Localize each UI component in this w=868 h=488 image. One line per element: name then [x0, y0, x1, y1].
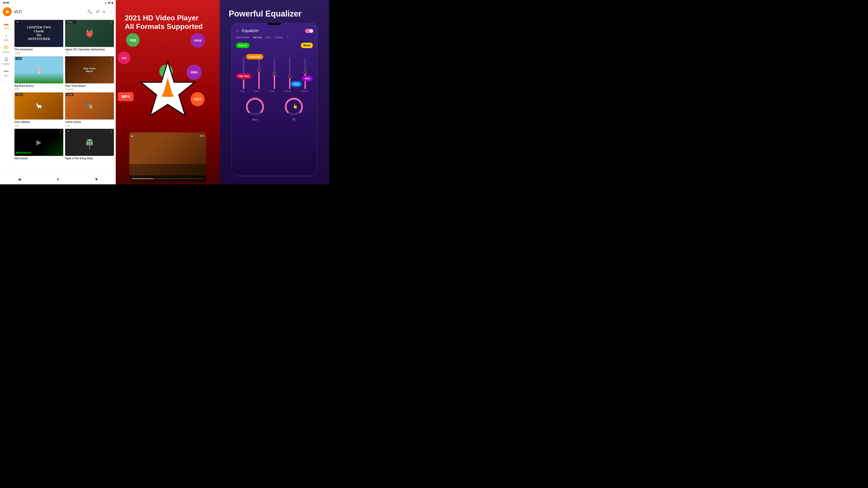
bubble-avi: avi	[118, 52, 130, 64]
vlc-play-button[interactable]	[3, 7, 12, 16]
video-card-micronauts[interactable]: MICRONAUTS ▶ ⋮ Micronauts	[14, 129, 63, 160]
eq-header: ← Equalizer	[232, 25, 317, 35]
video-title-gran: Gran dillama	[14, 121, 63, 124]
sidebar-label-video: Video	[4, 27, 9, 29]
eq-freq-labels: 60Hz 230Hz 910Hz 3600Hz 14000Hz	[232, 90, 317, 92]
more-icon-agent[interactable]: ⋮	[110, 21, 113, 24]
video-title-agent: Agent 327 Operation Barbershop	[65, 48, 114, 52]
video-duration-bigbuck: 9:56	[14, 88, 63, 91]
more-icon-gran[interactable]: ⋮	[59, 93, 62, 97]
eq-genre-sliders-area: Dance Rock Classical Jazz Hip Hop Pop	[234, 40, 315, 90]
star-svg	[136, 60, 199, 123]
video-subtitle-dewtown: 2 videos	[65, 88, 114, 91]
sidebar-item-audio[interactable]: ♪ Audio	[0, 32, 12, 42]
genre-classical[interactable]: Classical	[246, 54, 264, 59]
video-card-llama[interactable]: 🎭 1080p ⋮ Llama drama 1:30	[65, 92, 114, 127]
svg-text:👆: 👆	[292, 103, 298, 109]
wifi-icon: ▲	[105, 2, 107, 4]
dropdown-icon[interactable]: ▼	[286, 36, 289, 39]
signal-icon: 4G	[108, 2, 111, 4]
badge-1080p-llama: 1080p	[66, 93, 73, 96]
more-icon-night[interactable]: ⋮	[110, 130, 113, 133]
sidebar: ▬ Video ♪ Audio 📁 Browse ☰ Playlists •••…	[0, 18, 13, 174]
more-icon-dewtown[interactable]: ⋮	[110, 57, 113, 61]
3d-knob[interactable]: 👆 3D	[284, 96, 304, 121]
sidebar-item-video[interactable]: ▬ Video	[0, 20, 12, 31]
bottom-nav: ◀ ● ■	[0, 174, 116, 184]
status-icons: ▲ 4G ▮	[105, 2, 113, 4]
sidebar-item-more[interactable]: ••• More	[0, 67, 12, 78]
sidebar-item-browse[interactable]: 📁 Browse	[0, 43, 12, 55]
sort-icon[interactable]: ≡	[103, 9, 105, 14]
preset-custom[interactable]: Custom	[274, 36, 283, 39]
browse-icon: 📁	[3, 45, 9, 50]
genre-jazz[interactable]: Jazz	[302, 76, 313, 81]
freq-910hz: 910Hz	[269, 90, 275, 92]
battery-icon: ▮	[112, 2, 113, 4]
video-card-bigbuck[interactable]: 🐰 720p ⋮ Big Buck Bunny 9:56	[14, 56, 63, 91]
bubble-mp4: MP4	[118, 92, 133, 101]
more-dots-icon: •••	[4, 69, 8, 74]
video-grid: CHAPTER TWOCharlieTheADVENTURER SD The A…	[13, 18, 116, 174]
video-card-agent327[interactable]: 👹 1080p✓ ⋮ Agent 327 Operation Barbersho…	[65, 20, 114, 55]
sidebar-item-playlists[interactable]: ☰ Playlists	[0, 55, 12, 66]
svg-rect-2	[162, 94, 174, 97]
search-icon[interactable]: 🔍	[87, 9, 92, 14]
bubble-mov: mov	[191, 33, 205, 48]
video-duration-llama: 1:30	[65, 125, 114, 127]
home-button[interactable]: ●	[55, 176, 61, 183]
knobs-area: Bass 👆 3D	[232, 92, 317, 125]
eq-back-button[interactable]: ←	[236, 29, 240, 33]
genre-dance[interactable]: Dance	[236, 43, 250, 48]
bass-label: Bass	[252, 118, 258, 121]
content-area: ▬ Video ♪ Audio 📁 Browse ☰ Playlists •••…	[0, 18, 116, 174]
middle-title: 2021 HD Video PlayerAll Formats Supporte…	[125, 13, 203, 31]
3d-label: 3D	[292, 118, 296, 121]
video-card-night[interactable]: 🛣️ SD ⋮ Night of the living dead	[65, 129, 114, 160]
vlc-panel: 10:00 ▲ 4G ▮ VLC 🔍 ↺ ≡ ⋮ ▬ Video ♪ Audio	[0, 0, 116, 184]
back-button[interactable]: ◀	[16, 176, 23, 183]
genre-rock[interactable]: Rock	[301, 43, 313, 48]
vlc-star-overlay	[136, 60, 199, 124]
eq-header-title: Equalizer	[242, 29, 303, 33]
bass-knob[interactable]: Bass	[245, 96, 265, 121]
vlc-app-title: VLC	[14, 9, 85, 14]
badge-1080p-gran: 1080p	[16, 93, 23, 96]
sidebar-label-playlists: Playlists	[2, 63, 10, 65]
more-icon-micronauts[interactable]: ⋮	[59, 130, 62, 133]
tablet-mockup: ▶ ⊞ ⧉	[129, 132, 206, 182]
video-title-micronauts: Micronauts	[14, 157, 63, 160]
video-card-adventurer[interactable]: CHAPTER TWOCharlieTheADVENTURER SD The A…	[14, 20, 63, 55]
video-title-dewtown: Dew Town Mayor	[65, 84, 114, 88]
phone-equalizer-mockup: ← Equalizer Heavy Metal Hip Hop Jazz Cus…	[231, 23, 317, 176]
video-card-dewtown[interactable]: Dew TownMayor ⋮ Dew Town Mayor 2 videos	[65, 56, 114, 91]
video-duration-agent: 3:51	[65, 52, 114, 55]
eq-slider-910hz	[274, 56, 275, 90]
video-duration-gran: 2:26	[14, 125, 63, 127]
badge-sd: SD	[16, 21, 20, 24]
audio-icon: ♪	[5, 33, 7, 38]
preset-hip-hop[interactable]: Hip Hop	[253, 36, 262, 39]
playlists-icon: ☰	[4, 57, 8, 62]
eq-toggle[interactable]	[305, 29, 313, 33]
eq-slider-14000hz	[305, 56, 306, 90]
sidebar-label-audio: Audio	[4, 39, 9, 41]
video-title-llama: Llama drama	[65, 121, 114, 124]
freq-14000hz: 14000Hz	[301, 90, 309, 92]
history-icon[interactable]: ↺	[96, 9, 99, 14]
preset-heavy-metal[interactable]: Heavy Metal	[236, 36, 249, 39]
genre-pop[interactable]: Pop	[291, 81, 302, 87]
more-icon-llama[interactable]: ⋮	[110, 93, 113, 97]
sidebar-label-browse: Browse	[3, 51, 9, 53]
sidebar-label-more: More	[4, 74, 8, 77]
right-panel: Powerful Equalizer ← Equalizer Heavy Met…	[220, 0, 329, 184]
video-card-gran[interactable]: 🦙 1080p ⋮ Gran dillama 2:26	[14, 92, 63, 127]
middle-panel: 2021 HD Video PlayerAll Formats Supporte…	[116, 0, 220, 184]
more-icon-bigbuck[interactable]: ⋮	[59, 57, 62, 61]
preset-jazz[interactable]: Jazz	[266, 36, 271, 39]
more-icon[interactable]: ⋮	[109, 9, 113, 14]
header-icons: 🔍 ↺ ≡ ⋮	[87, 9, 113, 14]
genre-hiphop[interactable]: Hip Hop	[236, 73, 252, 79]
recent-button[interactable]: ■	[93, 176, 100, 183]
eq-slider-230hz	[258, 56, 260, 90]
